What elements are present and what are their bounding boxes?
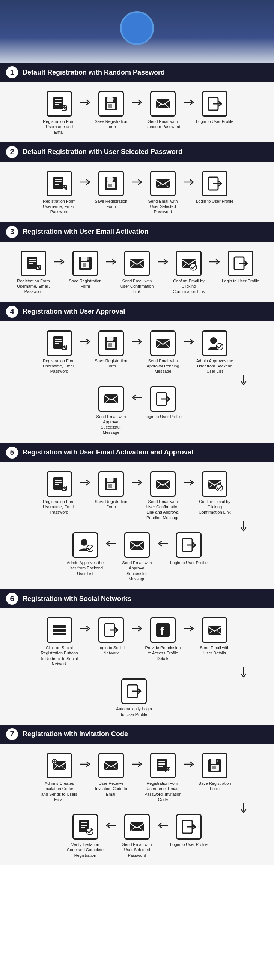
step: Login to User Profile [220,251,261,283]
step-label: Send Email with Approval Successfull Mes… [118,560,156,581]
flow-arrow [210,251,220,266]
step-label: Registration Form Username, Email, Passw… [144,781,182,802]
section-4: 4 Registration with User Approval Regist… [0,302,274,443]
step-icon [46,331,72,356]
step-label: Verify Invitation Code and Complete Regi… [66,842,104,858]
step: Login to User Profile [194,171,236,204]
step: Registration Form Username, Email, Passw… [142,753,184,802]
step: Save Registration Form [90,171,132,209]
flow-row: Registration Form Username, Email, Passw… [6,171,268,215]
svg-point-75 [210,337,217,344]
flow-arrow [184,617,194,632]
step-icon [98,386,124,412]
step-label: Login to User Profile [196,119,234,124]
section-header-5: 5 Registration with User Email Activatio… [0,443,274,462]
step-label: Save Registration Form [92,119,130,130]
flow-row: Registration Form Username and Email Sav… [6,91,268,135]
svg-rect-124 [208,625,221,635]
section-label-6: Registration with Social Networks [22,595,131,603]
section-body-5: Registration Form Username, Email, Passw… [0,462,274,589]
svg-rect-37 [29,259,36,260]
step: Admin Approves the User from Backend Use… [64,532,106,576]
step: f Provide Permission to Access Profile D… [142,617,184,661]
step: Send Email with Approval Successfull Mes… [90,386,132,435]
flow-arrow [184,753,194,768]
step-icon [150,331,176,356]
svg-rect-85 [55,479,62,480]
step-icon [176,814,202,840]
step-icon [176,532,202,558]
svg-rect-155 [81,824,87,826]
svg-rect-148 [211,759,216,764]
step-label: Send Email with Approval Pending Message [144,358,182,374]
svg-rect-7 [107,97,112,102]
section-number-6: 6 [6,593,18,605]
flow-rows: Registration Form Username, Email, Passw… [6,471,268,581]
step-label: Admins Creates Invitation Codes and Send… [40,781,78,802]
down-arrow-container [6,667,268,678]
step-label: Provide Permission to Access Profile Det… [144,645,182,661]
svg-rect-115 [53,629,66,632]
svg-rect-159 [130,822,144,831]
step: Login to User Profile [168,532,210,565]
section-header-7: 7 Registration with Invitation Code [0,724,274,744]
section-5: 5 Registration with User Email Activatio… [0,443,274,589]
step: Send Email with User Confirmation Link [116,251,158,294]
step-label: Save Registration Form [66,278,104,289]
flow-arrow [106,251,116,266]
step-label: Send Email with User Details [196,645,234,656]
section-body-4: Registration Form Username, Email, Passw… [0,321,274,443]
flow-row: Registration Form Username, Email, Passw… [6,251,268,294]
step-label: Save Registration Form [92,199,130,209]
step: Login to Social Network [90,617,132,656]
flow-arrow [132,331,142,345]
step-label: Login to User Profile [144,414,182,419]
svg-rect-28 [113,178,114,180]
step: Confirm Email by Clicking Confirmation L… [194,471,236,515]
step: Send Email with User Confirmation Link a… [142,471,184,520]
step-icon [150,471,176,497]
svg-rect-86 [55,482,62,483]
section-number-3: 3 [6,226,18,238]
section-label-2: Default Registration with User Selected … [22,148,183,156]
flow-arrow [54,251,64,266]
step-label: Login to User Profile [170,560,208,565]
flow-arrow [184,331,194,345]
svg-rect-143 [159,764,165,765]
flow-arrow [184,471,194,486]
step: Save Registration Form [90,91,132,130]
svg-rect-21 [55,184,59,185]
step: Send Email with Approval Successfull Mes… [116,532,158,581]
step-label: Send Email with Approval Successfull Mes… [92,414,130,435]
flow-arrow [158,251,168,266]
step-icon [98,91,124,116]
step: Automatically Login to User Profile [113,678,155,717]
svg-rect-3 [55,104,59,105]
step-label: Send Email with User Selected Password [144,199,182,215]
section-label-7: Registration with Invitation Code [22,730,128,738]
section-body-7: Admins Creates Invitation Codes and Send… [0,744,274,865]
svg-rect-1 [55,99,62,100]
svg-rect-27 [109,184,112,187]
step-icon [98,171,124,196]
svg-rect-61 [55,341,62,342]
section-number-2: 2 [6,146,18,158]
step-icon [202,331,228,356]
flow-row-2: Verify Invitation Code and Complete Regi… [64,814,210,858]
step: Registration Form Username, Email, Passw… [38,331,80,374]
step-icon [98,617,124,643]
svg-rect-68 [109,343,112,347]
section-body-3: Registration Form Username, Email, Passw… [0,242,274,302]
step-label: Registration Form Username and Email [40,119,78,135]
step: User Receive Invitation Code to Email [90,753,132,797]
section-body-2: Registration Form Username, Email, Passw… [0,162,274,222]
step: Save Registration Form [90,331,132,369]
step-label: Send Email with User Confirmation Link [118,278,156,294]
step-icon [150,171,176,196]
svg-rect-151 [216,760,218,762]
step-icon [72,251,98,276]
step-label: Registration Form Username, Email, Passw… [14,278,52,294]
step-label: Send Email with User Confirmation Link a… [144,499,182,520]
step: Admin Approves the User from Backend Use… [194,331,236,374]
svg-rect-154 [81,822,87,823]
